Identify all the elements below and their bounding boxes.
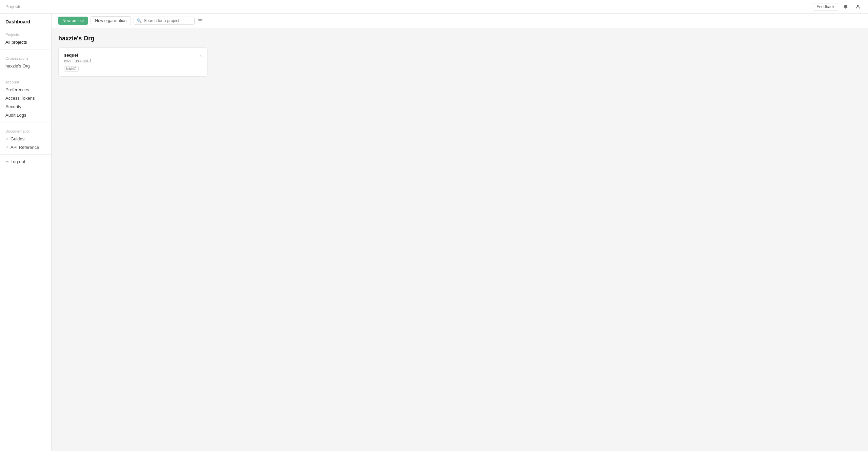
project-card[interactable]: sequel aws | us-east-1 NANO › xyxy=(58,47,208,77)
sidebar: Dashboard Projects All projects Organiza… xyxy=(0,14,52,451)
filter-button[interactable] xyxy=(197,18,203,23)
sidebar-item-access-tokens[interactable]: Access Tokens xyxy=(0,94,51,102)
sidebar-section-projects: Projects xyxy=(0,28,51,38)
topbar-left: Projects xyxy=(5,4,21,9)
user-icon xyxy=(855,4,860,9)
sidebar-divider-4 xyxy=(0,154,51,155)
logout-icon: ⇥ xyxy=(5,159,8,164)
topbar-breadcrumb: Projects xyxy=(5,4,21,9)
new-project-button[interactable]: New project xyxy=(58,17,88,25)
sidebar-item-security[interactable]: Security xyxy=(0,102,51,111)
chevron-right-icon: › xyxy=(200,53,202,59)
sidebar-item-api-reference[interactable]: ↗ API Reference xyxy=(0,143,51,152)
project-name: sequel xyxy=(64,53,200,58)
project-badge: NANO xyxy=(64,66,79,72)
sidebar-item-preferences[interactable]: Preferences xyxy=(0,85,51,94)
org-title: haxzie's Org xyxy=(58,35,861,42)
search-wrapper: 🔍 xyxy=(134,17,195,25)
sidebar-section-account: Account xyxy=(0,76,51,85)
sidebar-divider-2 xyxy=(0,73,51,73)
project-info: sequel aws | us-east-1 NANO xyxy=(64,53,200,72)
external-link-icon-guides: ↗ xyxy=(5,137,8,141)
project-meta: aws | us-east-1 xyxy=(64,59,200,63)
feedback-button[interactable]: Feedback xyxy=(813,3,838,11)
sidebar-item-logout-label: Log out xyxy=(11,159,25,164)
bell-icon xyxy=(843,4,848,9)
sidebar-divider-1 xyxy=(0,49,51,50)
layout: Dashboard Projects All projects Organiza… xyxy=(0,14,868,451)
svg-point-0 xyxy=(857,5,859,6)
sidebar-item-org[interactable]: haxzie's Org xyxy=(0,62,51,70)
sidebar-item-api-label: API Reference xyxy=(11,145,39,150)
main-content-area: New project New organization 🔍 haxzie's … xyxy=(52,14,868,451)
sidebar-item-logout[interactable]: ⇥ Log out xyxy=(0,157,51,166)
notifications-icon-button[interactable] xyxy=(841,2,850,12)
search-input[interactable] xyxy=(144,18,192,23)
new-org-button[interactable]: New organization xyxy=(91,16,131,25)
sidebar-section-organizations: Organizations xyxy=(0,52,51,62)
sidebar-item-all-projects[interactable]: All projects xyxy=(0,38,51,46)
sidebar-item-guides[interactable]: ↗ Guides xyxy=(0,135,51,143)
search-icon: 🔍 xyxy=(137,18,142,23)
sidebar-item-audit-logs[interactable]: Audit Logs xyxy=(0,111,51,119)
sidebar-title: Dashboard xyxy=(0,19,51,28)
sidebar-section-documentation: Documentation xyxy=(0,125,51,135)
sidebar-divider-3 xyxy=(0,122,51,122)
filter-icon xyxy=(197,18,203,23)
topbar: Projects Feedback xyxy=(0,0,868,14)
external-link-icon-api: ↗ xyxy=(5,145,8,150)
topbar-right: Feedback xyxy=(813,2,863,12)
main-toolbar: New project New organization 🔍 xyxy=(52,14,868,28)
sidebar-item-guides-label: Guides xyxy=(11,136,24,141)
main-content: haxzie's Org sequel aws | us-east-1 NANO… xyxy=(52,28,868,83)
user-icon-button[interactable] xyxy=(853,2,863,12)
